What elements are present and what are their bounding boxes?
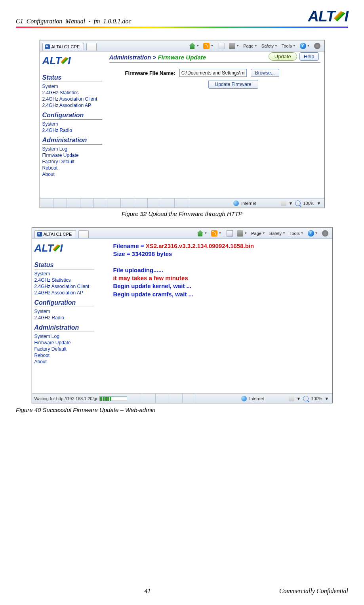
nav-reboot[interactable]: Reboot (42, 165, 102, 171)
mail-icon (219, 43, 225, 49)
page-menu[interactable]: Page ▼ (250, 230, 267, 237)
help-menu[interactable]: ▼ (306, 229, 320, 237)
lock-icon (289, 396, 294, 401)
safety-menu[interactable]: Safety ▼ (268, 230, 287, 237)
ie-window-fig40: ALTAI C1 CPE ▼ ▼ ▼ Page ▼ Safety ▼ Tools… (32, 227, 333, 403)
help-button[interactable]: Help (299, 52, 319, 61)
ie-window-fig32: ALTAI C1 CPE ▼ ▼ ▼ Page ▼ Safety ▼ Tools… (40, 40, 325, 208)
safety-menu[interactable]: Safety ▼ (260, 43, 279, 49)
altai-logo: ALTI (308, 8, 348, 25)
nav-about[interactable]: About (34, 359, 94, 365)
rss-button[interactable]: ▼ (202, 42, 215, 50)
rss-icon (211, 230, 217, 237)
help-icon (300, 43, 306, 49)
tools-menu[interactable]: Tools ▼ (288, 230, 305, 237)
msg-kernel: Begin update kernel, wait ... (113, 282, 328, 290)
zoom-level: 100% (303, 201, 314, 206)
nav-syslog[interactable]: System Log (42, 146, 102, 152)
globe-icon (233, 200, 239, 206)
msg-size: Size = 3342098 bytes (113, 250, 328, 258)
rss-button[interactable]: ▼ (210, 229, 223, 237)
msg-cramfs: Begin update cramfs, wait ... (113, 290, 328, 298)
new-tab-button[interactable] (86, 43, 97, 50)
mail-button[interactable] (217, 42, 227, 50)
nav-statistics[interactable]: 2.4GHz Statistics (34, 277, 94, 283)
nav-assoc-ap[interactable]: 2.4GHz Association AP (34, 290, 94, 296)
nav-section-admin: Administration (34, 324, 94, 332)
favicon-icon (37, 232, 42, 237)
altai-logo-small: ALTI (42, 55, 71, 67)
print-button[interactable]: ▼ (235, 229, 249, 237)
nav-section-status: Status (34, 261, 94, 269)
nav-section-config: Configuration (34, 299, 94, 307)
nav-cfg-radio[interactable]: 2.4GHz Radio (34, 315, 94, 321)
status-zone: Internet (241, 201, 256, 206)
browser-tab[interactable]: ALTAI C1 CPE (34, 230, 76, 238)
nav-section-status: Status (42, 74, 102, 82)
nav-fwupdate[interactable]: Firmware Update (34, 340, 94, 346)
home-icon (189, 43, 195, 49)
print-icon (237, 230, 243, 237)
nav-syslog[interactable]: System Log (34, 333, 94, 340)
tools-menu[interactable]: Tools ▼ (280, 43, 297, 49)
home-button[interactable]: ▼ (195, 229, 209, 237)
favicon-icon (45, 44, 50, 49)
firmware-label: Firmware File Name: (125, 70, 175, 76)
nav-statistics[interactable]: 2.4GHz Statistics (42, 90, 102, 96)
settings-button[interactable] (313, 42, 322, 50)
nav-section-admin: Administration (42, 137, 102, 145)
nav-cfg-radio[interactable]: 2.4GHz Radio (42, 127, 102, 134)
sidebar: ALTI Status System 2.4GHz Statistics 2.4… (40, 52, 105, 198)
help-menu[interactable]: ▼ (298, 42, 312, 50)
nav-assoc-client[interactable]: 2.4GHz Association Client (42, 96, 102, 102)
figure-32-caption: Figure 32 Upload the Firmware through HT… (16, 210, 348, 217)
nav-reboot[interactable]: Reboot (34, 352, 94, 359)
help-icon (308, 230, 314, 237)
nav-factory[interactable]: Factory Default (42, 158, 102, 165)
settings-button[interactable] (320, 229, 330, 237)
tab-title: ALTAI C1 CPE (51, 44, 80, 49)
nav-system[interactable]: System (34, 271, 94, 277)
firmware-file-input[interactable] (179, 69, 247, 77)
globe-icon (241, 396, 247, 401)
nav-section-config: Configuration (42, 112, 102, 120)
page-menu[interactable]: Page ▼ (242, 43, 259, 49)
msg-filename: Filename = XS2.ar2316.v3.3.2.134.090924.… (113, 242, 328, 250)
gear-icon (314, 43, 320, 49)
altai-logo-small: ALTI (34, 242, 63, 254)
browse-button[interactable]: Browse... (251, 69, 279, 77)
nav-cfg-system[interactable]: System (34, 308, 94, 315)
filename-value: XS2.ar2316.v3.3.2.134.090924.1658.bin (146, 242, 254, 249)
print-icon (229, 43, 235, 49)
sidebar: ALTI Status System 2.4GHz Statistics 2.4… (32, 239, 97, 393)
msg-minutes: it may takes a few minutes (113, 274, 328, 282)
browser-tab[interactable]: ALTAI C1 CPE (42, 43, 84, 50)
rss-icon (203, 43, 210, 49)
new-tab-button[interactable] (78, 230, 89, 238)
status-zone: Internet (249, 396, 264, 401)
gear-icon (322, 230, 328, 237)
nav-fwupdate[interactable]: Firmware Update (42, 152, 102, 158)
nav-cfg-system[interactable]: System (42, 121, 102, 127)
progress-bar (99, 396, 127, 401)
nav-factory[interactable]: Factory Default (34, 346, 94, 352)
update-firmware-button[interactable]: Update Firmware (208, 80, 258, 89)
figure-40-caption: Figure 40 Successful Firmware Update – W… (16, 407, 348, 413)
zoom-icon (295, 200, 301, 206)
nav-assoc-client[interactable]: 2.4GHz Association Client (34, 283, 94, 290)
lock-icon (281, 200, 286, 206)
update-button[interactable]: Update (269, 52, 297, 61)
nav-about[interactable]: About (42, 171, 102, 177)
nav-assoc-ap[interactable]: 2.4GHz Association AP (42, 102, 102, 109)
mail-icon (227, 230, 233, 237)
print-button[interactable]: ▼ (227, 42, 241, 50)
confidentiality: Commercially Confidential (279, 588, 348, 595)
tab-title: ALTAI C1 CPE (44, 232, 72, 237)
mail-button[interactable] (225, 229, 234, 237)
document-filename: C1_Configuration_Manual_-_fm_1.0.0.1.doc (16, 18, 131, 25)
home-button[interactable]: ▼ (187, 42, 201, 50)
zoom-icon (303, 396, 309, 401)
home-icon (197, 230, 203, 237)
nav-system[interactable]: System (42, 83, 102, 90)
status-text: Waiting for http://192.168.1.20/gc (32, 396, 99, 401)
